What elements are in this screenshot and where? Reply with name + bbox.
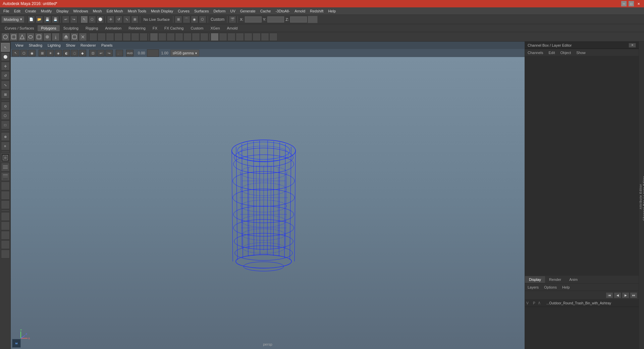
shelf-weld[interactable] xyxy=(114,33,122,41)
menu-generate[interactable]: Generate xyxy=(238,8,258,14)
move-tool-btn[interactable]: ✛ xyxy=(107,16,114,23)
vp-tb-undo[interactable]: ↩ xyxy=(97,50,105,56)
shelf-sculpt[interactable] xyxy=(158,33,166,41)
mode-dropdown[interactable]: Modeling ▾ xyxy=(1,16,24,23)
vp-tb-mat[interactable]: ◆ xyxy=(79,50,86,56)
maximize-button[interactable]: □ xyxy=(629,1,634,6)
shelf-fill-hole[interactable] xyxy=(123,33,131,41)
layer-vis[interactable]: V xyxy=(526,301,532,305)
shelf-btn-2[interactable] xyxy=(10,33,18,41)
tab-rendering[interactable]: Rendering xyxy=(125,25,149,31)
vp-menu-renderer[interactable]: Renderer xyxy=(78,43,98,48)
le-tab-anim[interactable]: Anim xyxy=(565,276,582,283)
layer-p[interactable]: P xyxy=(533,301,537,305)
lasso-tool-btn[interactable]: ⬡ xyxy=(89,16,96,23)
shelf-delete-edge[interactable] xyxy=(98,33,106,41)
shelf-sel-vert[interactable] xyxy=(227,33,235,41)
menu-arnold[interactable]: Arnold xyxy=(292,8,307,14)
snap-surface-btn[interactable]: ⬡ xyxy=(199,16,206,23)
shelf-btn-3[interactable] xyxy=(18,33,26,41)
vp-tb-camera[interactable]: 🎥 xyxy=(116,50,123,56)
vp-tb-wireframe[interactable]: ⬡ xyxy=(20,50,28,56)
snap-curve-btn[interactable]: ⌒ xyxy=(183,16,190,23)
shelf-btn-7[interactable] xyxy=(52,33,60,41)
select-mode-btn[interactable]: ↖ xyxy=(1,43,10,52)
close-button[interactable]: ✕ xyxy=(636,1,641,6)
shelf-bridge[interactable] xyxy=(79,33,87,41)
vp-tb-grid[interactable]: ⊞ xyxy=(39,50,46,56)
show-history-btn[interactable]: ≡ xyxy=(1,142,10,150)
undo-btn[interactable]: ↩ xyxy=(62,16,69,23)
shelf-convert-sel[interactable] xyxy=(269,33,277,41)
y-input[interactable] xyxy=(267,16,284,22)
shelf-grab[interactable] xyxy=(175,33,183,41)
save-scene-btn[interactable]: 💾 xyxy=(44,16,51,23)
menu-curves[interactable]: Curves xyxy=(176,8,192,14)
ch-tab-object[interactable]: Object xyxy=(559,50,572,55)
render-btn[interactable]: 🎬 xyxy=(229,16,236,23)
render-region-btn[interactable] xyxy=(1,153,10,162)
menu-cache[interactable]: Cache xyxy=(258,8,273,14)
shelf-sel-ring[interactable] xyxy=(261,33,269,41)
ls-tab-options[interactable]: Options xyxy=(543,285,558,290)
ch-tab-show[interactable]: Show xyxy=(575,50,587,55)
layer-btn-4[interactable] xyxy=(1,191,10,200)
layer-row[interactable]: V P /\ ...Outdoor_Round_Trash_Bin_with_A… xyxy=(525,300,639,307)
menu-windows[interactable]: Windows xyxy=(71,8,90,14)
select-tool-btn[interactable]: ↖ xyxy=(80,16,88,23)
shelf-relax[interactable] xyxy=(167,33,175,41)
shelf-btn-1[interactable] xyxy=(1,33,9,41)
shelf-sel-loop[interactable] xyxy=(253,33,261,41)
menu-redshift[interactable]: Redshift xyxy=(308,8,325,14)
vp-tb-select[interactable]: ↖ xyxy=(12,50,19,56)
le-tab-display[interactable]: Display xyxy=(525,276,545,283)
vp-menu-view[interactable]: View xyxy=(13,43,25,48)
open-scene-btn[interactable]: 📂 xyxy=(36,16,43,23)
vp-gamma-input[interactable] xyxy=(147,49,159,57)
layer-btn-10[interactable] xyxy=(1,250,10,258)
layer-fwd-btn[interactable]: ▶ xyxy=(622,292,629,298)
shelf-extrude[interactable] xyxy=(62,33,70,41)
menu-help[interactable]: Help xyxy=(326,8,338,14)
tab-fx[interactable]: FX xyxy=(149,25,161,31)
redo-btn[interactable]: ↪ xyxy=(70,16,77,23)
layer-back-btn[interactable]: ◀ xyxy=(614,292,621,298)
layer-btn-7[interactable] xyxy=(1,221,10,230)
attribute-editor-tab[interactable]: Attribute Editor Channel Box / Layer Edi… xyxy=(639,42,644,349)
vp-tb-shadow[interactable]: ◐ xyxy=(63,50,70,56)
paint-sel-btn[interactable]: ⚪ xyxy=(97,16,104,23)
menu-uv[interactable]: UV xyxy=(228,8,237,14)
shelf-foil[interactable] xyxy=(200,33,208,41)
shelf-shrink-sel[interactable] xyxy=(244,33,252,41)
tab-arnold[interactable]: Arnold xyxy=(224,25,241,31)
rotate-mode-btn[interactable]: ↺ xyxy=(1,71,10,80)
scale-tool-btn[interactable]: ⤡ xyxy=(123,16,130,23)
menu-edit[interactable]: Edit xyxy=(12,8,22,14)
shelf-separate[interactable] xyxy=(140,33,148,41)
menu-mesh-display[interactable]: Mesh Display xyxy=(149,8,175,14)
vp-tb-isolate[interactable]: ⊡ xyxy=(89,50,97,56)
ch-tab-edit[interactable]: Edit xyxy=(547,50,556,55)
vp-menu-panels[interactable]: Panels xyxy=(99,43,115,48)
shelf-quad-draw[interactable] xyxy=(150,33,158,41)
shelf-sel-edge[interactable] xyxy=(219,33,227,41)
vp-tb-ao[interactable]: ◌ xyxy=(71,50,78,56)
shelf-btn-6[interactable] xyxy=(43,33,51,41)
vp-menu-shading[interactable]: Shading xyxy=(27,43,44,48)
menu-modify[interactable]: Modify xyxy=(39,8,54,14)
menu-surfaces[interactable]: Surfaces xyxy=(192,8,211,14)
move-mode-btn[interactable]: ✛ xyxy=(1,62,10,70)
save-as-btn[interactable]: 💾 xyxy=(52,16,59,23)
menu-mesh[interactable]: Mesh xyxy=(91,8,104,14)
ch-tab-channels[interactable]: Channels xyxy=(526,50,544,55)
menu-3dtoall[interactable]: -3DtoAll- xyxy=(273,8,292,14)
vp-tb-light1[interactable]: ☀ xyxy=(47,50,54,56)
layer-btn-5[interactable] xyxy=(1,200,10,209)
snap-grid-btn[interactable]: ⊞ xyxy=(175,16,182,23)
layer-btn-3[interactable] xyxy=(1,182,10,190)
tab-polygons[interactable]: Polygons xyxy=(38,25,59,31)
lasso-btn[interactable]: ⬡ xyxy=(1,111,10,120)
vp-tb-hud[interactable]: HUD xyxy=(126,50,133,56)
vp-tb-smooth[interactable]: ◉ xyxy=(28,50,36,56)
marquee-btn[interactable]: □ xyxy=(1,120,10,129)
